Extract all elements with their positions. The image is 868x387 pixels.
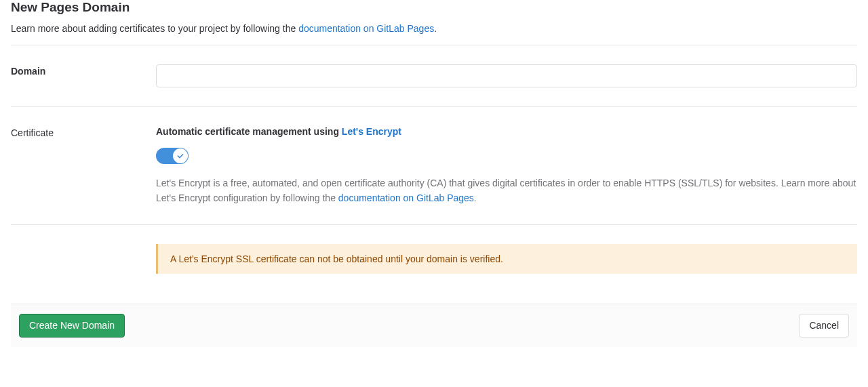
cert-docs-link[interactable]: documentation on GitLab Pages [338,192,474,203]
certificate-row: Certificate Automatic certificate manage… [11,107,857,225]
intro-suffix: . [434,23,437,34]
page-title: New Pages Domain [11,0,857,15]
domain-row: Domain [11,45,857,107]
lets-encrypt-link[interactable]: Let's Encrypt [342,126,401,137]
cert-description: Let's Encrypt is a free, automated, and … [156,176,857,205]
cancel-button[interactable]: Cancel [799,314,849,338]
alert-spacer [11,244,156,274]
form-footer: Create New Domain Cancel [11,304,857,347]
intro-prefix: Learn more about adding certificates to … [11,23,298,34]
intro-text: Learn more about adding certificates to … [11,23,857,34]
cert-desc-suffix: . [474,192,477,203]
check-icon [176,152,184,160]
cert-heading-prefix: Automatic certificate management using [156,126,342,137]
cert-warning-alert: A Let's Encrypt SSL certificate can not … [156,244,857,274]
domain-label: Domain [11,64,156,87]
alert-text: A Let's Encrypt SSL certificate can not … [170,253,503,264]
cert-desc-prefix: Let's Encrypt is a free, automated, and … [156,178,856,203]
certificate-label: Certificate [11,126,156,205]
alert-row: A Let's Encrypt SSL certificate can not … [11,225,857,304]
domain-input[interactable] [156,64,857,87]
cert-heading: Automatic certificate management using L… [156,126,857,137]
toggle-knob [173,148,188,163]
create-domain-button[interactable]: Create New Domain [19,314,125,338]
docs-link[interactable]: documentation on GitLab Pages [298,23,434,34]
lets-encrypt-toggle[interactable] [156,148,189,164]
